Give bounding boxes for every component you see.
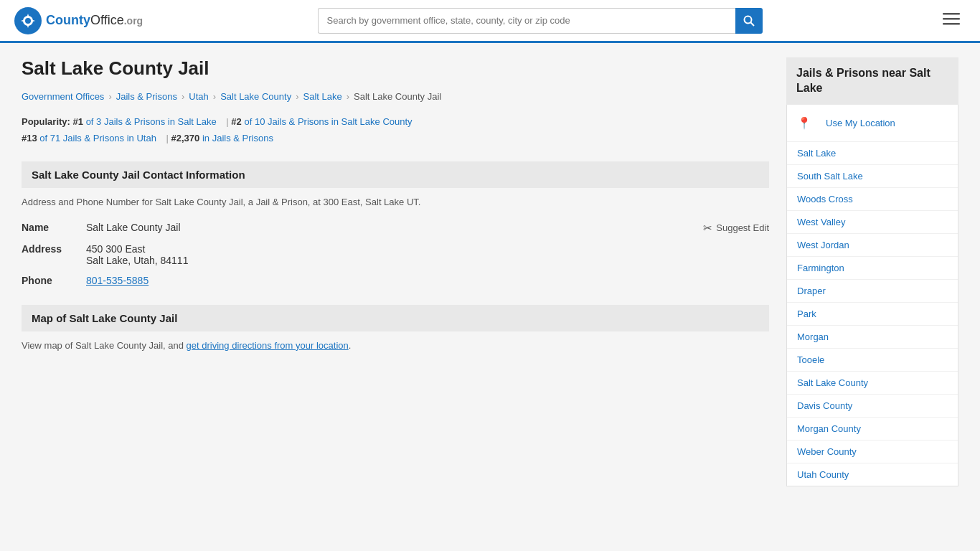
sidebar-item-morgan-county[interactable]: Morgan County xyxy=(787,418,958,441)
breadcrumb-salt-lake[interactable]: Salt Lake xyxy=(303,91,341,102)
breadcrumb-salt-lake-county[interactable]: Salt Lake County xyxy=(220,91,291,102)
main-content: Salt Lake County Jail Government Offices… xyxy=(22,57,769,486)
suggest-edit-button[interactable]: ✂ Suggest Edit xyxy=(703,222,769,235)
logo-icon xyxy=(14,7,42,34)
edit-icon: ✂ xyxy=(703,222,712,235)
popularity-rank3: #13 of 71 Jails & Prisons in Utah xyxy=(22,130,156,146)
breadcrumb-utah[interactable]: Utah xyxy=(189,91,208,102)
contact-table: Name Salt Lake County Jail ✂ Suggest Edi… xyxy=(22,217,769,291)
content-wrapper: Salt Lake County Jail Government Offices… xyxy=(0,43,980,501)
table-row-phone: Phone 801-535-5885 xyxy=(22,270,769,291)
popularity-section: Popularity: #1 of 3 Jails & Prisons in S… xyxy=(22,113,769,147)
breadcrumb-sep-4: › xyxy=(296,91,298,102)
search-input[interactable] xyxy=(318,8,736,34)
table-row-address: Address 450 300 East Salt Lake, Utah, 84… xyxy=(22,239,769,270)
use-location-link[interactable]: Use My Location xyxy=(816,112,905,134)
site-header: CountyOffice.org xyxy=(0,0,980,43)
popularity-rank4: #2,370 in Jails & Prisons xyxy=(171,130,273,146)
sidebar-item-farmington[interactable]: Farmington xyxy=(787,257,958,280)
svg-point-2 xyxy=(25,18,31,24)
menu-icon[interactable] xyxy=(937,9,966,33)
search-area xyxy=(318,8,763,34)
map-section-desc: View map of Salt Lake County Jail, and g… xyxy=(22,340,769,351)
svg-rect-6 xyxy=(943,18,960,20)
sidebar-list: 📍 Use My Location Salt Lake South Salt L… xyxy=(786,105,958,486)
use-location-item: 📍 Use My Location xyxy=(787,105,958,142)
breadcrumb-gov-offices[interactable]: Government Offices xyxy=(22,91,104,102)
map-section-header: Map of Salt Lake County Jail xyxy=(22,305,769,331)
sidebar-item-utah-county[interactable]: Utah County xyxy=(787,463,958,486)
contact-section: Salt Lake County Jail Contact Informatio… xyxy=(22,161,769,291)
phone-label: Phone xyxy=(22,270,86,291)
sidebar-item-salt-lake-county[interactable]: Salt Lake County xyxy=(787,372,958,395)
name-value: Salt Lake County Jail ✂ Suggest Edit xyxy=(86,217,769,239)
sidebar-item-draper[interactable]: Draper xyxy=(787,280,958,303)
logo-text: CountyOffice.org xyxy=(46,13,143,28)
address-value: 450 300 East Salt Lake, Utah, 84111 xyxy=(86,239,769,270)
sidebar-item-davis-county[interactable]: Davis County xyxy=(787,395,958,418)
sidebar-title: Jails & Prisons near Salt Lake xyxy=(786,57,958,105)
table-row-name: Name Salt Lake County Jail ✂ Suggest Edi… xyxy=(22,217,769,239)
svg-point-3 xyxy=(744,16,751,23)
page-title: Salt Lake County Jail xyxy=(22,57,769,80)
address-line2: Salt Lake, Utah, 84111 xyxy=(86,255,769,266)
popularity-rank2: #2 of 10 Jails & Prisons in Salt Lake Co… xyxy=(231,113,412,130)
svg-rect-7 xyxy=(943,23,960,25)
breadcrumb: Government Offices › Jails & Prisons › U… xyxy=(22,91,769,102)
sidebar-item-west-valley[interactable]: West Valley xyxy=(787,211,958,234)
phone-value: 801-535-5885 xyxy=(86,270,769,291)
svg-rect-5 xyxy=(943,13,960,15)
location-pin-icon: 📍 xyxy=(797,116,811,130)
logo[interactable]: CountyOffice.org xyxy=(14,7,143,34)
address-line1: 450 300 East xyxy=(86,243,769,255)
search-button[interactable] xyxy=(735,8,762,34)
svg-line-4 xyxy=(750,22,754,26)
driving-directions-link[interactable]: get driving directions from your locatio… xyxy=(187,340,349,351)
breadcrumb-jails-prisons[interactable]: Jails & Prisons xyxy=(116,91,177,102)
breadcrumb-sep-3: › xyxy=(213,91,216,102)
popularity-label: Popularity: xyxy=(22,116,70,127)
name-label: Name xyxy=(22,217,86,239)
sidebar: Jails & Prisons near Salt Lake 📍 Use My … xyxy=(786,57,958,486)
address-label: Address xyxy=(22,239,86,270)
sidebar-item-woods-cross[interactable]: Woods Cross xyxy=(787,188,958,211)
contact-section-desc: Address and Phone Number for Salt Lake C… xyxy=(22,197,769,207)
sidebar-item-salt-lake[interactable]: Salt Lake xyxy=(787,142,958,165)
contact-section-header: Salt Lake County Jail Contact Informatio… xyxy=(22,161,769,188)
breadcrumb-sep-5: › xyxy=(347,91,349,102)
sidebar-item-park[interactable]: Park xyxy=(787,303,958,326)
sidebar-item-west-jordan[interactable]: West Jordan xyxy=(787,234,958,257)
sidebar-item-tooele[interactable]: Tooele xyxy=(787,349,958,372)
sidebar-item-morgan[interactable]: Morgan xyxy=(787,326,958,349)
phone-link[interactable]: 801-535-5885 xyxy=(86,275,149,286)
breadcrumb-sep-1: › xyxy=(108,91,111,102)
sidebar-item-weber-county[interactable]: Weber County xyxy=(787,441,958,463)
breadcrumb-sep-2: › xyxy=(182,91,184,102)
sidebar-item-south-salt-lake[interactable]: South Salt Lake xyxy=(787,165,958,188)
map-section: Map of Salt Lake County Jail View map of… xyxy=(22,305,769,351)
popularity-rank1: #1 of 3 Jails & Prisons in Salt Lake xyxy=(73,113,217,130)
breadcrumb-current: Salt Lake County Jail xyxy=(354,91,441,102)
